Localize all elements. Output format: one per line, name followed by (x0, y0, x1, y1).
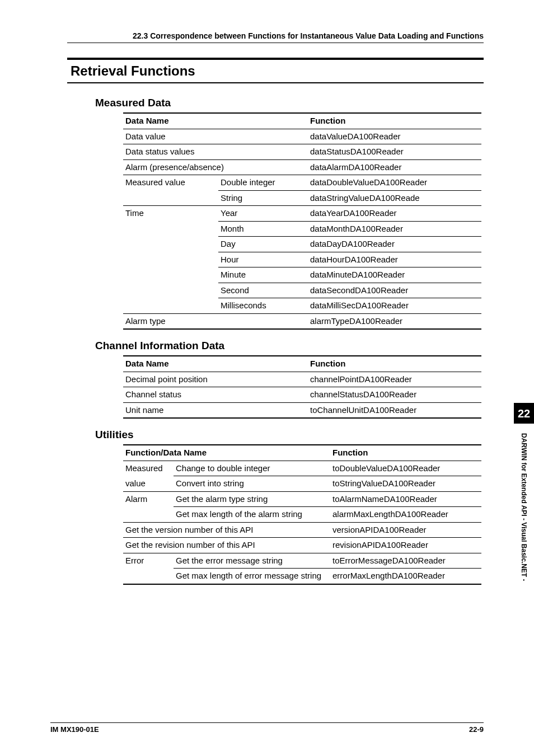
table-row: MinutedataMinuteDA100Reader (123, 267, 481, 283)
side-tab-number: 22 (514, 407, 534, 420)
cell (123, 237, 218, 252)
table-row: MillisecondsdataMilliSecDA100Reader (123, 298, 481, 314)
cell: Alarm (presence/absence) (123, 159, 308, 175)
cell (123, 190, 218, 206)
cell: Change to double integer (174, 461, 330, 476)
cell: dataMilliSecDA100Reader (308, 298, 481, 314)
cell: Hour (218, 252, 308, 267)
table-row: SeconddataSecondDA100Reader (123, 283, 481, 298)
table-row: Alarm (presence/absence)dataAlarmDA100Re… (123, 159, 481, 175)
th: Function (330, 445, 481, 461)
cell: Unit name (123, 402, 308, 418)
cell: Measured (123, 461, 174, 476)
cell: dataAlarmDA100Reader (308, 159, 481, 175)
th: Data Name (123, 113, 308, 129)
cell: Convert into string (174, 476, 330, 492)
table-row: DaydataDayDA100Reader (123, 237, 481, 252)
cell: dataHourDA100Reader (308, 252, 481, 267)
cell: toDoubleValueDA100Reader (330, 461, 481, 476)
table-row: Get the version number of this APIversio… (123, 522, 481, 538)
table-row: Get max length of the alarm stringalarmM… (123, 507, 481, 523)
cell: Channel status (123, 387, 308, 403)
table-utilities: Function/Data Name Function MeasuredChan… (123, 444, 481, 585)
table-row: Data status valuesdataStatusDA100Reader (123, 144, 481, 160)
table-row: MonthdataMonthDA100Reader (123, 221, 481, 237)
table-row: StringdataStringValueDA100Reade (123, 190, 481, 206)
cell: revisionAPIDA100Reader (330, 538, 481, 553)
cell: dataStatusDA100Reader (308, 144, 481, 160)
cell: toStringValueDA100Reader (330, 476, 481, 492)
side-tab: 22 (514, 403, 534, 424)
cell: channelPointDA100Reader (308, 372, 481, 387)
th: Function (308, 356, 481, 372)
footer: IM MX190-01E 22-9 (50, 722, 484, 734)
cell: Decimal point position (123, 372, 308, 387)
side-tab-label: DARWIN for Extended API - Visual Basic.N… (514, 433, 534, 646)
cell: Error (123, 553, 174, 569)
footer-right: 22-9 (469, 725, 484, 734)
th: Data Name (123, 356, 308, 372)
footer-left: IM MX190-01E (50, 725, 99, 734)
th: Function/Data Name (123, 445, 330, 461)
section-title-utilities: Utilities (95, 429, 484, 441)
cell: toChannelUnitDA100Reader (308, 402, 481, 418)
cell: Get the revision number of this API (123, 538, 330, 553)
cell: Time (123, 206, 218, 222)
cell: Year (218, 206, 308, 222)
cell: alarmMaxLengthDA100Reader (330, 507, 481, 523)
table-row: Measured valueDouble integerdataDoubleVa… (123, 175, 481, 191)
cell: Double integer (218, 175, 308, 191)
table-row: MeasuredChange to double integertoDouble… (123, 461, 481, 476)
cell: Get the error message string (174, 553, 330, 569)
table-row: Decimal point positionchannelPointDA100R… (123, 372, 481, 387)
table-row: Alarm typealarmTypeDA100Reader (123, 313, 481, 329)
table-row: valueConvert into stringtoStringValueDA1… (123, 476, 481, 492)
table-row: Get the revision number of this APIrevis… (123, 538, 481, 553)
table-measured: Data Name Function Data valuedataValueDA… (123, 112, 481, 330)
cell: dataValueDA100Reader (308, 129, 481, 144)
cell: toErrorMessageDA100Reader (330, 553, 481, 569)
cell (123, 569, 174, 584)
cell: Minute (218, 267, 308, 283)
cell (123, 298, 218, 314)
cell: dataMonthDA100Reader (308, 221, 481, 237)
cell: Day (218, 237, 308, 252)
table-row: Data valuedataValueDA100Reader (123, 129, 481, 144)
cell: alarmTypeDA100Reader (308, 313, 481, 329)
cell (123, 221, 218, 237)
cell: String (218, 190, 308, 206)
cell (123, 267, 218, 283)
cell: Data status values (123, 144, 308, 160)
cell (123, 507, 174, 523)
cell: Measured value (123, 175, 218, 191)
cell (123, 252, 218, 267)
cell: channelStatusDA100Reader (308, 387, 481, 403)
table-row: ErrorGet the error message stringtoError… (123, 553, 481, 569)
cell: Alarm type (123, 313, 308, 329)
table-row: Get max length of error message stringer… (123, 569, 481, 584)
cell: Milliseconds (218, 298, 308, 314)
cell: dataStringValueDA100Reade (308, 190, 481, 206)
cell: Data value (123, 129, 308, 144)
cell: errorMaxLengthDA100Reader (330, 569, 481, 584)
table-channel: Data Name Function Decimal point positio… (123, 355, 481, 419)
cell: versionAPIDA100Reader (330, 522, 481, 538)
cell: dataDoubleValueDA100Reader (308, 175, 481, 191)
cell: Month (218, 221, 308, 237)
table-row: TimeYeardataYearDA100Reader (123, 206, 481, 222)
table-row: Channel statuschannelStatusDA100Reader (123, 387, 481, 403)
table-row: HourdataHourDA100Reader (123, 252, 481, 267)
table-row: AlarmGet the alarm type stringtoAlarmNam… (123, 491, 481, 507)
cell: dataDayDA100Reader (308, 237, 481, 252)
cell: dataSecondDA100Reader (308, 283, 481, 298)
th: Function (308, 113, 481, 129)
cell: Get max length of the alarm string (174, 507, 330, 523)
cell: toAlarmNameDA100Reader (330, 491, 481, 507)
cell: Second (218, 283, 308, 298)
cell: Alarm (123, 491, 174, 507)
cell: Get max length of error message string (174, 569, 330, 584)
section-title-channel: Channel Information Data (95, 340, 484, 352)
cell (123, 283, 218, 298)
page-title: Retrieval Functions (67, 58, 484, 83)
cell: Get the version number of this API (123, 522, 330, 538)
